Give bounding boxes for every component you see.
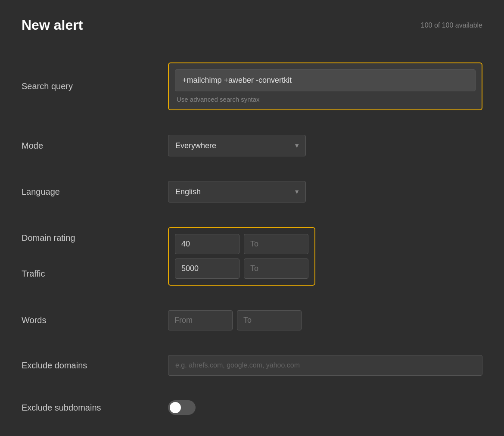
available-count: 100 of 100 available (421, 22, 482, 29)
mode-label: Mode (22, 141, 168, 151)
domain-rating-from-input[interactable] (175, 234, 240, 254)
language-control: English Spanish French German Italian Po… (168, 181, 482, 202)
words-range-wrapper (168, 310, 302, 330)
exclude-domains-input[interactable] (168, 355, 482, 376)
domain-rating-to-input[interactable] (244, 234, 308, 254)
search-query-label: Search query (22, 81, 168, 91)
language-label: Language (22, 187, 168, 197)
interval-row: Interval Daily Weekly Monthly ▼ (22, 427, 482, 436)
words-row: Words (22, 298, 482, 343)
exclude-domains-row: Exclude domains (22, 343, 482, 388)
domain-traffic-control (168, 227, 482, 286)
words-control (168, 310, 482, 330)
domain-traffic-wrapper (168, 227, 315, 286)
exclude-subdomains-toggle-wrapper (168, 400, 196, 415)
exclude-domains-control (168, 355, 482, 376)
exclude-subdomains-label: Exclude subdomains (22, 403, 168, 413)
exclude-subdomains-toggle[interactable] (168, 400, 196, 415)
mode-select-wrapper: Everywhere Title only URL only Content o… (168, 135, 306, 156)
search-hint: Use advanced search syntax (175, 96, 260, 103)
traffic-range-row (175, 258, 308, 279)
language-select[interactable]: English Spanish French German Italian Po… (168, 181, 306, 202)
language-select-wrapper: English Spanish French German Italian Po… (168, 181, 306, 202)
mode-row: Mode Everywhere Title only URL only Cont… (22, 123, 482, 169)
language-row: Language English Spanish French German I… (22, 169, 482, 215)
exclude-domains-label: Exclude domains (22, 361, 168, 371)
search-query-control: Use advanced search syntax (168, 62, 482, 110)
traffic-to-input[interactable] (244, 258, 308, 279)
exclude-subdomains-row: Exclude subdomains (22, 388, 482, 427)
domain-rating-range-row (175, 234, 308, 254)
traffic-label: Traffic (22, 269, 168, 279)
traffic-from-input[interactable] (175, 258, 240, 279)
search-query-wrapper: Use advanced search syntax (168, 62, 482, 110)
alert-form: Search query Use advanced search syntax … (22, 50, 482, 436)
words-from-input[interactable] (168, 310, 233, 330)
words-label: Words (22, 315, 168, 325)
exclude-subdomains-slider (168, 400, 196, 415)
search-query-row: Search query Use advanced search syntax (22, 50, 482, 123)
mode-control: Everywhere Title only URL only Content o… (168, 135, 482, 156)
domain-rating-label: Domain rating (22, 233, 168, 243)
page-title: New alert (22, 17, 83, 33)
exclude-subdomains-control (168, 400, 482, 415)
words-to-input[interactable] (237, 310, 302, 330)
domain-traffic-combined-row: Domain rating Traffic (22, 215, 482, 298)
search-query-input[interactable] (175, 69, 476, 91)
mode-select[interactable]: Everywhere Title only URL only Content o… (168, 135, 306, 156)
